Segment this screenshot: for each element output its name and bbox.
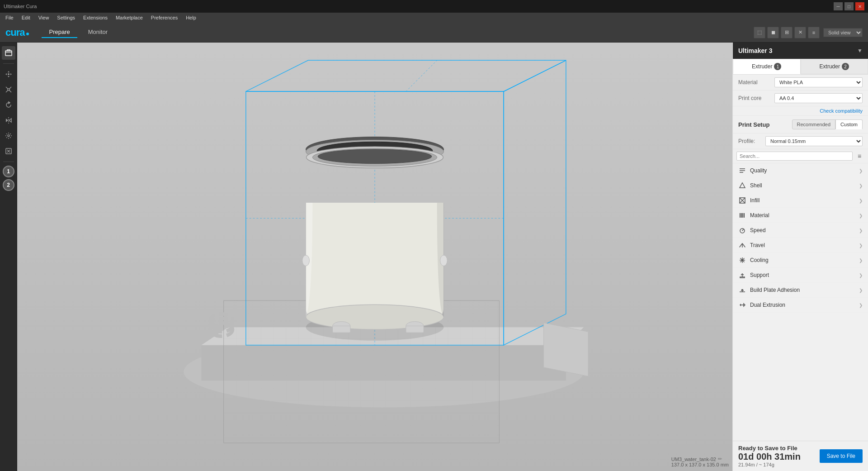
adhesion-chevron: ❯: [859, 288, 863, 293]
menu-marketplace[interactable]: Marketplace: [112, 14, 146, 21]
per-model-settings-button[interactable]: [2, 129, 15, 143]
perspective-icon[interactable]: ⬚: [754, 27, 765, 38]
support-label: Support: [750, 272, 859, 278]
travel-icon: [738, 241, 746, 249]
infill-label: Infill: [750, 197, 859, 204]
print-core-row: Print core AA 0.4 AA 0.25 AA 0.8 BB 0.4: [733, 90, 868, 106]
svg-point-1: [8, 73, 9, 75]
svg-point-28: [318, 149, 432, 163]
quality-item[interactable]: Quality ❯: [733, 163, 868, 178]
svg-rect-59: [740, 277, 745, 278]
svg-marker-36: [544, 323, 588, 376]
speed-icon: [738, 226, 746, 234]
logo-text: cura: [5, 27, 24, 38]
wireframe-icon[interactable]: ⊞: [781, 27, 793, 38]
material-item[interactable]: Material ❯: [733, 208, 868, 223]
open-file-button[interactable]: [2, 46, 15, 60]
profile-select[interactable]: Normal 0.15mm Draft 0.2mm Fine 0.1mm Ext…: [765, 136, 863, 146]
mirror-tool-button[interactable]: [2, 114, 15, 127]
printer-name: Ultimaker 3: [738, 47, 772, 54]
extruder-2-tab[interactable]: Extruder 2: [801, 59, 868, 74]
search-filter-button[interactable]: ≡: [854, 151, 864, 161]
menu-settings[interactable]: Settings: [53, 14, 79, 21]
rotate-tool-button[interactable]: [2, 98, 15, 112]
settings-search-row: ≡: [733, 149, 868, 163]
collapse-panel-button[interactable]: ▼: [857, 48, 863, 54]
recommended-tab[interactable]: Recommended: [792, 119, 836, 129]
close-button[interactable]: ✕: [855, 2, 864, 10]
viewport-controls: ⬚ ◼ ⊞ ✕ ≡: [754, 27, 820, 38]
infill-item[interactable]: Infill ❯: [733, 193, 868, 208]
quality-label: Quality: [750, 167, 859, 174]
cooling-item[interactable]: Cooling ❯: [733, 253, 868, 268]
custom-tab[interactable]: Custom: [835, 119, 863, 129]
printer-header: Ultimaker 3 ▼: [733, 43, 868, 59]
adhesion-label: Build Plate Adhesion: [750, 287, 859, 293]
dual-extrusion-icon: [738, 301, 746, 309]
profile-label: Profile:: [738, 138, 765, 144]
svg-rect-49: [742, 213, 743, 218]
infill-icon: [738, 196, 746, 205]
print-setup-header: Print Setup Recommended Custom: [733, 116, 868, 133]
cooling-label: Cooling: [750, 257, 859, 263]
menu-file[interactable]: File: [2, 14, 17, 21]
check-compatibility-link[interactable]: Check compatibility: [733, 106, 868, 116]
app-title: Ultimaker Cura: [4, 4, 834, 9]
menu-view[interactable]: View: [35, 14, 53, 21]
move-tool-button[interactable]: [2, 67, 15, 81]
speed-item[interactable]: Speed ❯: [733, 223, 868, 238]
quality-icon: [738, 167, 746, 175]
shell-label: Shell: [750, 182, 859, 189]
svg-line-19: [406, 60, 437, 91]
sidebar-divider-2: [3, 162, 14, 162]
print-setup-title: Print Setup: [738, 121, 792, 128]
dual-extrusion-label: Dual Extrusion: [750, 302, 859, 308]
quality-chevron: ❯: [859, 168, 863, 173]
menu-extensions[interactable]: Extensions: [80, 14, 111, 21]
menu-help[interactable]: Help: [182, 14, 200, 21]
settings-search-input[interactable]: [736, 152, 853, 161]
shell-chevron: ❯: [859, 183, 863, 188]
dual-extrusion-item[interactable]: Dual Extrusion ❯: [733, 298, 868, 313]
print-core-label: Print core: [738, 95, 774, 101]
menu-preferences[interactable]: Preferences: [147, 14, 181, 21]
layer-icon[interactable]: ≡: [808, 27, 820, 38]
extruder-2-label: Extruder: [820, 63, 840, 70]
travel-item[interactable]: Travel ❯: [733, 238, 868, 253]
logo-dot: [26, 33, 29, 35]
svg-rect-0: [5, 51, 12, 56]
cooling-chevron: ❯: [859, 258, 863, 263]
menu-edit[interactable]: Edit: [18, 14, 34, 21]
sidebar-divider: [3, 63, 14, 64]
extruder-2-badge[interactable]: 2: [3, 179, 14, 191]
scene-svg: [17, 43, 732, 471]
3d-viewport[interactable]: UM3_water_tank-02 ✏ 137.0 x 137.0 x 135.…: [17, 43, 732, 471]
shell-icon: [738, 181, 746, 190]
settings-list: Quality ❯ Shell ❯: [733, 163, 868, 441]
xray-icon[interactable]: ✕: [794, 27, 806, 38]
restore-button[interactable]: □: [844, 2, 854, 10]
material-select[interactable]: White PLA Black PLA Generic PLA: [774, 77, 863, 87]
svg-point-58: [741, 259, 743, 261]
build-plate-adhesion-item[interactable]: Build Plate Adhesion ❯: [733, 283, 868, 298]
save-to-file-button[interactable]: Save to File: [820, 449, 863, 463]
scale-tool-button[interactable]: [2, 83, 15, 96]
edit-filename-icon[interactable]: ✏: [718, 456, 722, 462]
adhesion-icon: [738, 286, 746, 294]
infill-chevron: ❯: [859, 198, 863, 203]
extruder-1-badge[interactable]: 1: [3, 166, 14, 177]
view-mode-select[interactable]: Solid view X-Ray Layer view: [823, 28, 863, 37]
print-core-select[interactable]: AA 0.4 AA 0.25 AA 0.8 BB 0.4: [774, 93, 863, 103]
tab-prepare[interactable]: Prepare: [42, 27, 77, 38]
support-item[interactable]: Support ❯: [733, 268, 868, 283]
minimize-button[interactable]: ─: [834, 2, 843, 10]
extruder-1-tab[interactable]: Extruder 1: [733, 59, 801, 74]
print-time: 01d 00h 31min: [738, 452, 801, 462]
titlebar: Ultimaker Cura ─ □ ✕: [0, 0, 868, 13]
window-controls: ─ □ ✕: [834, 2, 864, 10]
support-blocker-button[interactable]: [2, 144, 15, 158]
solid-view-icon[interactable]: ◼: [767, 27, 779, 38]
tab-monitor[interactable]: Monitor: [81, 27, 115, 38]
shell-item[interactable]: Shell ❯: [733, 178, 868, 193]
app-logo: cura: [5, 27, 29, 38]
